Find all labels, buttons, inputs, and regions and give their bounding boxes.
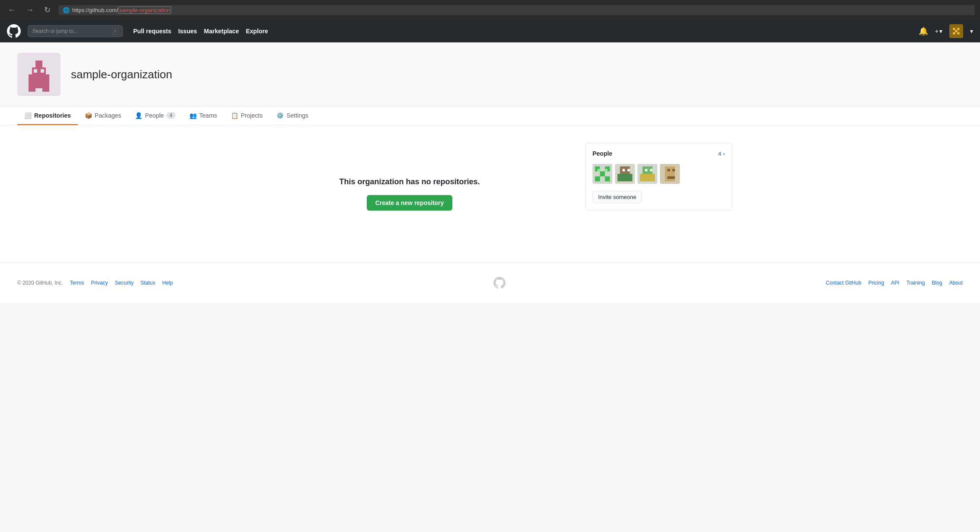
plus-chevron-icon: ▾ bbox=[939, 28, 942, 35]
user-avatar-button[interactable] bbox=[949, 24, 963, 38]
refresh-button[interactable]: ↻ bbox=[42, 3, 53, 16]
footer-copyright: © 2020 GitHub, Inc. bbox=[17, 280, 63, 286]
tab-projects-label: Projects bbox=[241, 112, 263, 119]
footer-training[interactable]: Training bbox=[906, 280, 925, 286]
github-navbar: Search or jump to... / Pull requests Iss… bbox=[0, 20, 980, 42]
main-column: This organization has no repositories. C… bbox=[248, 143, 571, 245]
search-placeholder: Search or jump to... bbox=[32, 28, 78, 34]
invite-someone-button[interactable]: Invite someone bbox=[592, 191, 642, 203]
tab-repositories[interactable]: ⬜ Repositories bbox=[17, 107, 78, 125]
nav-explore[interactable]: Explore bbox=[246, 28, 268, 35]
org-avatar bbox=[17, 53, 61, 96]
address-bar[interactable]: 🌐 https://github.com/sample-organization bbox=[58, 5, 975, 15]
notifications-bell[interactable]: 🔔 bbox=[919, 26, 928, 36]
people-chevron-icon: › bbox=[723, 151, 725, 157]
svg-rect-9 bbox=[29, 88, 35, 92]
body-area: This organization has no repositories. C… bbox=[231, 125, 749, 263]
tab-packages-label: Packages bbox=[95, 112, 121, 119]
navbar-right: 🔔 + ▾ ▾ bbox=[919, 24, 973, 38]
svg-rect-1 bbox=[958, 28, 960, 30]
sidebar: People 4 › bbox=[585, 143, 732, 245]
footer-api[interactable]: API bbox=[891, 280, 899, 286]
svg-rect-25 bbox=[628, 169, 630, 172]
svg-rect-34 bbox=[673, 169, 675, 172]
footer-status[interactable]: Status bbox=[141, 280, 155, 286]
no-repos-message: This organization has no repositories. bbox=[339, 177, 480, 186]
url-highlight: sample-organization bbox=[118, 6, 171, 14]
avatar-chevron-icon: ▾ bbox=[970, 28, 973, 35]
member-avatar-4[interactable] bbox=[660, 164, 680, 184]
tab-settings-label: Settings bbox=[286, 112, 308, 119]
footer-left: © 2020 GitHub, Inc. Terms Privacy Securi… bbox=[17, 280, 173, 286]
url-prefix: https://github.com/ bbox=[72, 7, 118, 13]
tab-packages[interactable]: 📦 Packages bbox=[78, 107, 128, 125]
svg-rect-18 bbox=[605, 176, 610, 182]
globe-icon: 🌐 bbox=[63, 7, 70, 13]
tab-repositories-label: Repositories bbox=[34, 112, 71, 119]
tab-settings[interactable]: ⚙️ Settings bbox=[269, 107, 315, 125]
nav-pull-requests[interactable]: Pull requests bbox=[133, 28, 171, 35]
tab-teams[interactable]: 👥 Teams bbox=[183, 107, 224, 125]
footer-terms[interactable]: Terms bbox=[70, 280, 84, 286]
svg-rect-17 bbox=[595, 176, 600, 182]
user-avatar-icon bbox=[952, 27, 961, 35]
svg-rect-32 bbox=[665, 167, 675, 182]
tab-people[interactable]: 👤 People 4 bbox=[128, 107, 182, 125]
search-bar[interactable]: Search or jump to... / bbox=[28, 25, 123, 37]
teams-icon: 👥 bbox=[189, 112, 197, 119]
people-card-header: People 4 › bbox=[592, 150, 725, 157]
svg-rect-24 bbox=[622, 169, 625, 172]
nav-issues[interactable]: Issues bbox=[178, 28, 197, 35]
footer-pricing[interactable]: Pricing bbox=[868, 280, 884, 286]
member-avatar-2[interactable] bbox=[615, 164, 635, 184]
projects-icon: 📋 bbox=[231, 112, 238, 119]
svg-rect-30 bbox=[650, 169, 653, 172]
footer-about[interactable]: About bbox=[949, 280, 963, 286]
browser-chrome: ← → ↻ 🌐 https://github.com/sample-organi… bbox=[0, 0, 980, 20]
org-avatar-image bbox=[22, 57, 56, 92]
footer-privacy[interactable]: Privacy bbox=[91, 280, 108, 286]
svg-rect-11 bbox=[34, 69, 37, 73]
forward-button[interactable]: → bbox=[23, 4, 36, 16]
org-header: sample-organization bbox=[0, 42, 980, 107]
tab-people-label: People bbox=[145, 112, 164, 119]
nav-marketplace[interactable]: Marketplace bbox=[204, 28, 239, 35]
svg-rect-0 bbox=[953, 28, 955, 30]
footer-center bbox=[493, 277, 506, 289]
tab-projects[interactable]: 📋 Projects bbox=[224, 107, 270, 125]
svg-rect-19 bbox=[598, 169, 600, 172]
svg-rect-10 bbox=[42, 88, 49, 92]
svg-rect-20 bbox=[605, 169, 608, 172]
people-count-number: 4 bbox=[718, 151, 721, 157]
svg-rect-2 bbox=[955, 30, 958, 32]
footer-blog[interactable]: Blog bbox=[932, 280, 942, 286]
footer-security[interactable]: Security bbox=[115, 280, 134, 286]
svg-rect-16 bbox=[600, 171, 605, 176]
people-avatars bbox=[592, 164, 725, 184]
create-repo-button[interactable]: Create a new repository bbox=[367, 195, 453, 211]
people-count-badge: 4 bbox=[167, 112, 176, 119]
member-avatar-1[interactable] bbox=[592, 164, 612, 184]
svg-rect-33 bbox=[667, 169, 670, 172]
footer-help[interactable]: Help bbox=[162, 280, 173, 286]
people-count-link[interactable]: 4 › bbox=[718, 151, 725, 157]
browser-url: https://github.com/sample-organization bbox=[72, 7, 970, 13]
people-card: People 4 › bbox=[585, 143, 732, 211]
navbar-links: Pull requests Issues Marketplace Explore bbox=[133, 28, 268, 35]
people-card-title: People bbox=[592, 150, 612, 157]
people-icon: 👤 bbox=[135, 112, 142, 119]
github-logo[interactable] bbox=[7, 24, 21, 38]
footer-contact[interactable]: Contact GitHub bbox=[826, 280, 862, 286]
packages-icon: 📦 bbox=[85, 112, 92, 119]
svg-rect-29 bbox=[645, 169, 647, 172]
repositories-icon: ⬜ bbox=[24, 112, 32, 119]
tab-teams-label: Teams bbox=[199, 112, 217, 119]
svg-rect-8 bbox=[35, 61, 42, 67]
main-content: sample-organization ⬜ Repositories 📦 Pac… bbox=[0, 42, 980, 303]
plus-icon: + bbox=[935, 28, 938, 35]
create-menu-button[interactable]: + ▾ bbox=[935, 28, 942, 35]
back-button[interactable]: ← bbox=[5, 4, 18, 16]
svg-rect-35 bbox=[667, 176, 675, 179]
settings-icon: ⚙️ bbox=[276, 112, 284, 119]
member-avatar-3[interactable] bbox=[637, 164, 657, 184]
